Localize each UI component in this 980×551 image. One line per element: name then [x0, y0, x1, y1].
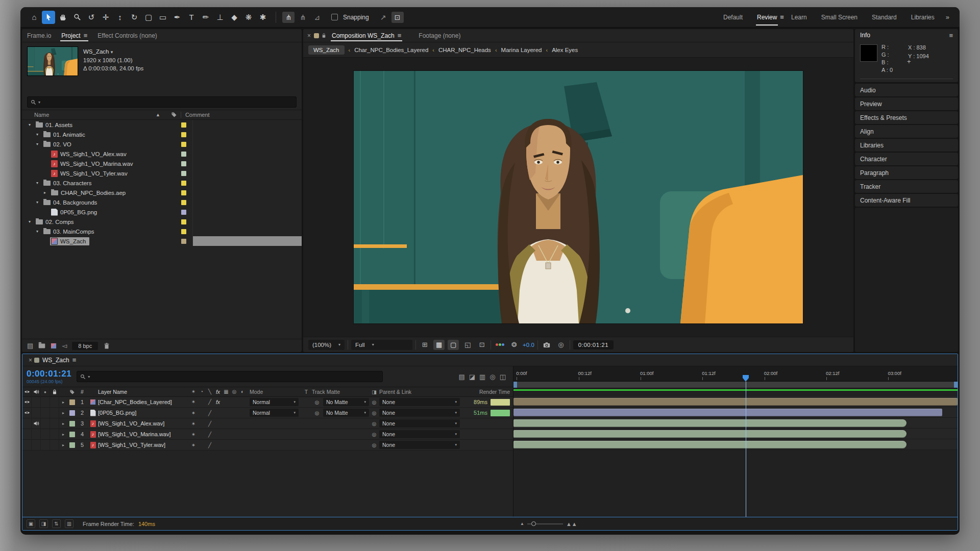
timeline-menu-icon[interactable]: ≡ [72, 356, 77, 364]
quality-switch[interactable]: ╱ [206, 399, 214, 405]
track-lane-2[interactable] [513, 407, 958, 418]
t-column[interactable]: T [301, 389, 312, 395]
layer-expander-icon[interactable]: ▸ [59, 432, 67, 437]
label-color-swatch[interactable] [181, 239, 186, 244]
panel-header-preview[interactable]: Preview [855, 97, 958, 110]
clone-stamp-tool[interactable]: ⊥ [213, 11, 227, 24]
layer-duration-bar-2[interactable] [513, 409, 942, 416]
lock-switch[interactable] [50, 408, 59, 418]
parent-pickwhip-icon[interactable]: ◎ [369, 399, 379, 405]
label-column-icon[interactable] [67, 389, 77, 395]
effects-switch[interactable]: fx [214, 399, 222, 405]
breadcrumb-alex-eyes[interactable]: Alex Eyes [552, 47, 578, 53]
region-of-interest-icon[interactable]: ▢ [448, 340, 459, 350]
new-folder-icon[interactable] [38, 343, 45, 348]
blend-mode-dropdown[interactable]: Normal▾ [250, 398, 299, 406]
roto-brush-tool[interactable]: ❋ [242, 11, 255, 24]
label-color-swatch[interactable] [181, 122, 186, 128]
track-lane-4[interactable] [513, 429, 958, 439]
blend-mode-dropdown[interactable]: Normal▾ [250, 409, 299, 417]
breadcrumb-char-npc-bodies-layered[interactable]: Char_NPC_Bodies_Layered [354, 47, 428, 53]
parent-pickwhip-icon[interactable]: ◎ [369, 442, 379, 448]
performance-icon[interactable]: ▥ [65, 519, 74, 528]
breadcrumb-char-npc-heads[interactable]: CHAR_NPC_Heads [438, 47, 491, 53]
workspace-small-screen[interactable]: Small Screen [814, 7, 865, 28]
comment-cell[interactable] [192, 120, 302, 130]
comment-cell[interactable] [192, 197, 302, 207]
layer-duration-bar-3[interactable] [513, 419, 906, 427]
layer-row-5[interactable]: ▸5[WS_Sigh1_VO_Tyler.wav]✶╱◎None▾ [22, 440, 513, 450]
video-switch[interactable] [22, 429, 32, 440]
expander-chevron-icon[interactable]: ▾ [27, 122, 32, 127]
parent-link-dropdown[interactable]: None▾ [379, 398, 460, 406]
layer-name[interactable]: [0P05_BG.png] [98, 410, 189, 416]
zoom-tool[interactable] [70, 11, 84, 24]
layer-label-swatch[interactable] [67, 432, 77, 437]
viewer-timecode[interactable]: 0:00:01:21 [573, 340, 614, 349]
comment-cell[interactable] [192, 188, 302, 197]
puppet-pin-tool[interactable]: ✱ [256, 11, 270, 24]
matte-pickwhip-icon[interactable]: ◎ [312, 410, 322, 416]
comment-cell[interactable] [192, 168, 302, 178]
track-lane-5[interactable] [513, 439, 958, 450]
tree-item-02-comps[interactable]: ▾02. Comps [22, 217, 302, 227]
label-color-swatch[interactable] [181, 161, 186, 166]
work-area-start-handle[interactable] [513, 382, 517, 388]
expander-chevron-icon[interactable]: ▾ [35, 181, 40, 185]
world-axis-mode-icon[interactable]: ⋔ [297, 12, 309, 23]
comment-cell[interactable] [192, 130, 302, 139]
expander-chevron-icon[interactable]: ▾ [27, 219, 32, 224]
solo-switch[interactable] [41, 440, 50, 450]
track-lane-1[interactable] [513, 396, 958, 407]
work-area-bar[interactable] [513, 382, 958, 388]
tree-item-char-npc-bodies-aep[interactable]: ▸CHAR_NPC_Bodies.aep [22, 188, 302, 197]
panel-header-paragraph[interactable]: Paragraph [855, 166, 958, 179]
hide-shy-layers-icon[interactable]: ▥ [479, 373, 485, 381]
zoom-slider-knob[interactable] [531, 521, 536, 526]
parent-pickwhip-icon[interactable]: ◎ [369, 432, 379, 437]
pen-tool[interactable]: ✒ [170, 11, 184, 24]
solo-switch[interactable] [41, 397, 50, 408]
orbit-camera-tool[interactable]: ↺ [85, 11, 98, 24]
tab-footage[interactable]: Footage (none) [413, 29, 465, 42]
tab-composition[interactable]: Composition WS_Zach≡ [327, 29, 406, 42]
switches-column-icons[interactable]: ✶◔╲fx▦◎◐ [189, 389, 250, 395]
label-color-swatch[interactable] [181, 142, 186, 147]
draft-3d-icon[interactable]: ◪ [469, 373, 475, 381]
label-color-swatch[interactable] [181, 132, 186, 137]
work-area-end-handle[interactable] [954, 382, 958, 388]
quality-switch[interactable]: ╱ [206, 421, 214, 427]
breadcrumb-marina-layered[interactable]: Marina Layered [501, 47, 542, 53]
timeline-close-icon[interactable]: × [24, 357, 34, 364]
workspace-libraries[interactable]: Libraries [904, 7, 942, 28]
tree-item-01-animatic[interactable]: ▾01. Animatic [22, 130, 302, 139]
layer-name[interactable]: [Char_NPC_Bodies_Layered] [98, 399, 189, 405]
pickwhip-icon[interactable]: ↗ [377, 12, 389, 23]
magnification-dropdown[interactable]: (100%)▾ [308, 340, 345, 350]
mask-toggle-icon[interactable]: ◱ [462, 340, 473, 350]
quality-switch[interactable]: ╱ [206, 432, 214, 437]
effects-switch[interactable] [214, 442, 222, 448]
rotation-tool[interactable]: ↻ [128, 11, 141, 24]
breadcrumb-ws-zach[interactable]: WS_Zach [308, 45, 345, 55]
comment-cell[interactable] [192, 149, 302, 159]
video-switch[interactable] [22, 408, 32, 418]
layer-expander-icon[interactable]: ▸ [59, 411, 67, 415]
label-color-swatch[interactable] [181, 200, 186, 205]
audio-switch[interactable] [32, 418, 41, 429]
new-composition-icon[interactable] [51, 343, 57, 349]
tab-project[interactable]: Project≡ [56, 29, 92, 42]
panel-header-audio[interactable]: Audio [855, 84, 958, 96]
collapse-transformations-switch[interactable]: ✶ [189, 410, 198, 416]
quality-switch[interactable]: ╱ [206, 442, 214, 448]
panel-header-effects-presets[interactable]: Effects & Presets [855, 111, 958, 124]
track-matte-dropdown[interactable]: No Matte▾ [323, 409, 369, 417]
parent-link-dropdown[interactable]: None▾ [379, 430, 460, 438]
collapse-transformations-switch[interactable]: ✶ [189, 399, 198, 405]
expander-chevron-icon[interactable]: ▾ [35, 229, 40, 234]
layer-label-swatch[interactable] [67, 399, 77, 405]
view-axis-mode-icon[interactable]: ⊿ [311, 12, 323, 23]
tree-item-03-characters[interactable]: ▾03. Characters [22, 178, 302, 188]
composition-mini-flowchart-icon[interactable]: ▤ [458, 373, 464, 381]
layer-expander-icon[interactable]: ▸ [59, 421, 67, 426]
